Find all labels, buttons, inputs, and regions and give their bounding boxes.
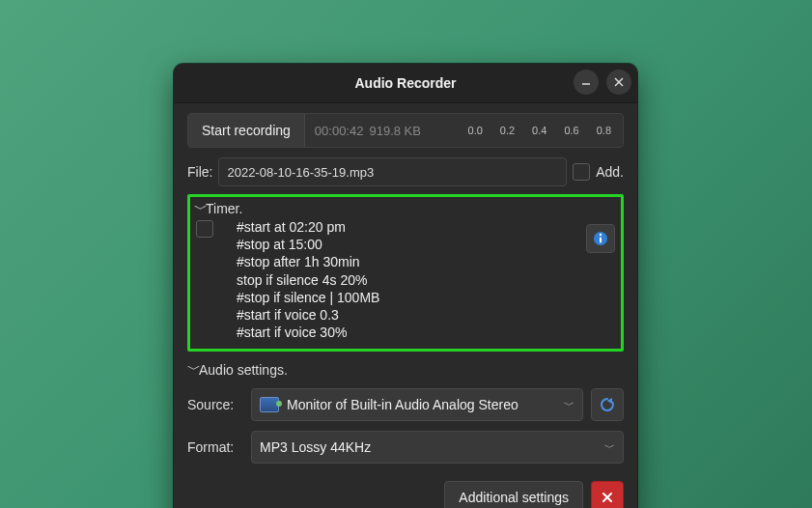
- level-meter-scale: 0.0 0.2 0.4 0.6 0.8: [431, 125, 623, 136]
- recording-toolbar: Start recording 00:00:42 919.8 KB 0.0 0.…: [187, 113, 624, 148]
- timer-line: #start if voice 30%: [237, 325, 347, 340]
- audio-device-icon: [260, 397, 279, 412]
- close-button[interactable]: [591, 481, 624, 508]
- window-title: Audio Recorder: [354, 75, 456, 91]
- elapsed-time: 00:00:42: [315, 124, 364, 138]
- add-checkbox[interactable]: [573, 163, 590, 181]
- timer-body: #start at 02:20 pm #stop at 15:00 #stop …: [196, 218, 615, 341]
- timer-line: #start at 02:20 pm: [237, 219, 346, 235]
- timer-commands[interactable]: #start at 02:20 pm #stop at 15:00 #stop …: [237, 218, 379, 341]
- file-row: File: 2022-08-10-16-35-19.mp3 Add.: [187, 157, 624, 186]
- source-value: Monitor of Built-in Audio Analog Stereo: [287, 397, 518, 412]
- app-window: Audio Recorder Start recording 00:00:42 …: [174, 64, 637, 508]
- close-icon: [601, 491, 614, 504]
- content-area: Start recording 00:00:42 919.8 KB 0.0 0.…: [174, 103, 637, 508]
- svg-point-5: [600, 234, 602, 236]
- bottom-buttons: Additional settings: [187, 481, 624, 508]
- add-label: Add.: [596, 164, 624, 180]
- recording-status: 00:00:42 919.8 KB: [305, 124, 431, 138]
- source-select[interactable]: Monitor of Built-in Audio Analog Stereo …: [251, 388, 583, 421]
- timer-line: #stop at 15:00: [237, 237, 322, 252]
- file-label: File:: [187, 164, 212, 180]
- window-controls: [574, 70, 631, 95]
- timer-info-button[interactable]: [586, 224, 615, 253]
- format-select[interactable]: MP3 Lossy 44KHz ﹀: [251, 431, 624, 464]
- audio-settings-header[interactable]: ﹀Audio settings.: [187, 361, 624, 379]
- timer-line: stop if silence 4s 20%: [237, 272, 367, 288]
- additional-settings-button[interactable]: Additional settings: [444, 481, 583, 508]
- refresh-icon: [599, 396, 616, 413]
- file-name-value: 2022-08-10-16-35-19.mp3: [227, 165, 374, 180]
- recording-size: 919.8 KB: [369, 124, 421, 138]
- audio-settings-label: Audio settings.: [199, 362, 288, 378]
- timer-panel: ﹀Timer. #start at 02:20 pm #stop at 15:0…: [187, 194, 624, 352]
- svg-rect-4: [600, 238, 602, 243]
- scale-tick: 0.0: [468, 125, 483, 136]
- timer-line: #stop if silence | 100MB: [237, 290, 379, 305]
- chevron-down-icon: ﹀: [194, 201, 206, 218]
- format-label: Format:: [187, 439, 243, 455]
- start-recording-button[interactable]: Start recording: [188, 114, 305, 147]
- source-row: Source: Monitor of Built-in Audio Analog…: [187, 388, 624, 421]
- minimize-button[interactable]: [574, 70, 599, 95]
- chevron-down-icon: ﹀: [564, 398, 574, 412]
- scale-tick: 0.2: [500, 125, 515, 136]
- titlebar: Audio Recorder: [174, 64, 637, 103]
- scale-tick: 0.6: [564, 125, 578, 136]
- format-value: MP3 Lossy 44KHz: [260, 439, 371, 455]
- format-row: Format: MP3 Lossy 44KHz ﹀: [187, 431, 624, 464]
- timer-enable-checkbox[interactable]: [196, 220, 213, 238]
- chevron-down-icon: ﹀: [604, 440, 615, 455]
- scale-tick: 0.4: [532, 125, 546, 136]
- timer-line: #stop after 1h 30min: [237, 254, 360, 269]
- refresh-sources-button[interactable]: [591, 388, 624, 421]
- close-window-button[interactable]: [606, 70, 631, 95]
- chevron-down-icon: ﹀: [187, 361, 199, 379]
- timer-section-header[interactable]: ﹀Timer.: [194, 201, 615, 218]
- file-name-input[interactable]: 2022-08-10-16-35-19.mp3: [218, 157, 567, 186]
- timer-header-label: Timer.: [206, 201, 242, 216]
- source-label: Source:: [187, 397, 243, 412]
- info-icon: [593, 231, 608, 246]
- timer-line: #start if voice 0.3: [237, 307, 339, 323]
- scale-tick: 0.8: [597, 125, 611, 136]
